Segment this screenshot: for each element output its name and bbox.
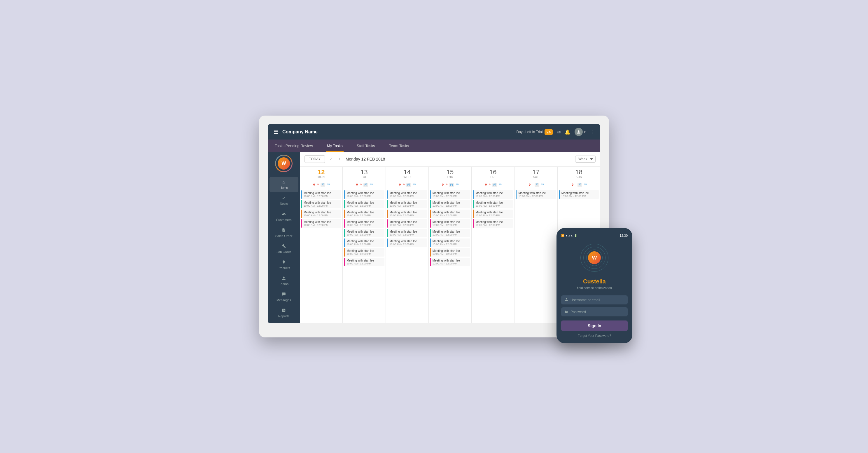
laptop-screen: ☰ Company Name Days Left In Trial 24 ✉ 🔔 bbox=[268, 124, 600, 323]
calendar-icon-4[interactable] bbox=[492, 183, 497, 187]
sidebar-item-tasks[interactable]: Tasks bbox=[270, 193, 299, 208]
event-card[interactable]: Meeting with stan lee10:00 AM - 12:00 PM bbox=[344, 258, 384, 266]
event-card[interactable]: Meeting with stan lee10:00 AM - 12:00 PM bbox=[516, 190, 556, 199]
calendar-icon-6[interactable] bbox=[578, 183, 582, 187]
event-card[interactable]: Meeting with stan lee10:00 AM - 12:00 PM bbox=[430, 219, 470, 228]
day-name-2: WED bbox=[387, 175, 427, 179]
event-card[interactable]: Meeting with stan lee10:00 AM - 12:00 PM bbox=[301, 219, 341, 228]
event-card[interactable]: Meeting with stan lee10:00 AM - 12:00 PM bbox=[344, 209, 384, 218]
forgot-password-link[interactable]: Forgot Your Password? bbox=[561, 334, 628, 337]
location-icon-1[interactable] bbox=[355, 183, 359, 187]
event-card[interactable]: Meeting with stan lee10:00 AM - 12:00 PM bbox=[344, 248, 384, 257]
event-time: 10:00 AM - 12:00 PM bbox=[433, 204, 468, 207]
sidebar-label-customers: Customers bbox=[276, 218, 291, 222]
tab-team-tasks[interactable]: Team Tasks bbox=[382, 140, 416, 152]
calendar-icon-5[interactable] bbox=[535, 183, 539, 187]
user-input-icon bbox=[565, 298, 568, 302]
day-col-wed: 14WED925Meeting with stan lee10:00 AM - … bbox=[386, 167, 429, 323]
event-card[interactable]: Meeting with stan lee10:00 AM - 12:00 PM bbox=[387, 190, 427, 199]
event-card[interactable]: Meeting with stan lee10:00 AM - 12:00 PM bbox=[344, 190, 384, 199]
day-col-tue: 13TUE925Meeting with stan lee10:00 AM - … bbox=[343, 167, 385, 323]
sidebar-item-profile[interactable]: My Profile bbox=[270, 321, 299, 323]
sidebar: W ⌂ Home Tasks bbox=[268, 152, 300, 323]
calendar-icon-1[interactable] bbox=[364, 183, 368, 187]
next-arrow[interactable]: › bbox=[337, 155, 342, 163]
location-icon-2[interactable] bbox=[398, 183, 401, 187]
calendar-icon-0[interactable] bbox=[320, 183, 325, 187]
event-card[interactable]: Meeting with stan lee10:00 AM - 12:00 PM bbox=[473, 209, 513, 218]
event-card[interactable]: Meeting with stan lee10:00 AM - 12:00 PM bbox=[387, 200, 427, 208]
event-card[interactable]: Meeting with stan lee10:00 AM - 12:00 PM bbox=[387, 209, 427, 218]
event-card[interactable]: Meeting with stan lee10:00 AM - 12:00 PM bbox=[387, 229, 427, 237]
sidebar-item-customers[interactable]: Customers bbox=[270, 209, 299, 224]
event-card[interactable]: Meeting with stan lee10:00 AM - 12:00 PM bbox=[301, 190, 341, 199]
event-card[interactable]: Meeting with stan lee10:00 AM - 12:00 PM bbox=[430, 248, 470, 257]
location-icon-4[interactable] bbox=[485, 183, 487, 187]
phone-icons-left: 📶 ▲▲▲ 🔋 bbox=[561, 234, 577, 237]
event-card[interactable]: Meeting with stan lee10:00 AM - 12:00 PM bbox=[344, 238, 384, 247]
event-time: 10:00 AM - 12:00 PM bbox=[561, 195, 597, 198]
tab-my-tasks[interactable]: My Tasks bbox=[320, 140, 350, 152]
calendar-header: TODAY ‹ › Monday 12 FEB 2018 Week Day Mo… bbox=[300, 152, 600, 167]
sidebar-item-job[interactable]: Job Order bbox=[270, 241, 299, 257]
header-menu-dots[interactable]: ⋮ bbox=[590, 129, 594, 135]
sidebar-item-products[interactable]: Products bbox=[270, 257, 299, 273]
event-title: Meeting with stan lee bbox=[304, 192, 340, 195]
mail-icon[interactable]: ✉ bbox=[557, 129, 561, 135]
hamburger-icon[interactable]: ☰ bbox=[274, 129, 278, 135]
event-card[interactable]: Meeting with stan lee10:00 AM - 12:00 PM bbox=[559, 190, 599, 199]
sidebar-item-home[interactable]: ⌂ Home bbox=[270, 177, 299, 192]
bell-icon[interactable]: 🔔 bbox=[565, 129, 570, 135]
event-card[interactable]: Meeting with stan lee10:00 AM - 12:00 PM bbox=[473, 200, 513, 208]
day-icons-6: 25 bbox=[558, 181, 600, 189]
location-icon-6[interactable] bbox=[571, 183, 574, 187]
event-title: Meeting with stan lee bbox=[346, 259, 382, 262]
date-label: Monday 12 FEB 2018 bbox=[346, 157, 572, 162]
day-events-5: Meeting with stan lee10:00 AM - 12:00 PM bbox=[515, 189, 557, 323]
password-input[interactable] bbox=[570, 310, 624, 314]
trial-count: 24 bbox=[545, 129, 553, 135]
sidebar-item-messages[interactable]: Messages bbox=[270, 289, 299, 305]
avatar-dropdown-arrow[interactable]: ▾ bbox=[584, 130, 586, 134]
event-card[interactable]: Meeting with stan lee10:00 AM - 12:00 PM bbox=[301, 209, 341, 218]
event-time: 10:00 AM - 12:00 PM bbox=[304, 224, 340, 227]
event-time: 10:00 AM - 12:00 PM bbox=[433, 262, 468, 265]
event-card[interactable]: Meeting with stan lee10:00 AM - 12:00 PM bbox=[430, 190, 470, 199]
day-header-6: 18SUN bbox=[558, 167, 600, 181]
sidebar-item-reports[interactable]: Reports bbox=[270, 305, 299, 321]
calendar-icon-3[interactable] bbox=[449, 183, 454, 187]
event-card[interactable]: Meeting with stan lee10:00 AM - 12:00 PM bbox=[430, 229, 470, 237]
event-title: Meeting with stan lee bbox=[433, 201, 468, 204]
event-card[interactable]: Meeting with stan lee10:00 AM - 12:00 PM bbox=[473, 219, 513, 228]
event-card[interactable]: Meeting with stan lee10:00 AM - 12:00 PM bbox=[344, 219, 384, 228]
job-icon bbox=[282, 244, 286, 249]
event-card[interactable]: Meeting with stan lee10:00 AM - 12:00 PM bbox=[344, 229, 384, 237]
tab-staff-tasks[interactable]: Staff Tasks bbox=[350, 140, 382, 152]
username-input[interactable] bbox=[570, 298, 624, 302]
location-icon-5[interactable] bbox=[528, 183, 531, 187]
event-card[interactable]: Meeting with stan lee10:00 AM - 12:00 PM bbox=[473, 190, 513, 199]
today-button[interactable]: TODAY bbox=[305, 155, 325, 163]
phone-tagline: field service optimization bbox=[561, 286, 628, 289]
sign-in-button[interactable]: Sign In bbox=[561, 320, 628, 331]
event-card[interactable]: Meeting with stan lee10:00 AM - 12:00 PM bbox=[430, 209, 470, 218]
day-name-0: MON bbox=[301, 175, 341, 179]
calendar-icon-2[interactable] bbox=[406, 183, 411, 187]
event-title: Meeting with stan lee bbox=[433, 239, 468, 243]
event-card[interactable]: Meeting with stan lee10:00 AM - 12:00 PM bbox=[430, 258, 470, 266]
sidebar-item-sales[interactable]: Sales Order bbox=[270, 225, 299, 240]
location-icon-0[interactable] bbox=[313, 183, 316, 187]
event-card[interactable]: Meeting with stan lee10:00 AM - 12:00 PM bbox=[430, 200, 470, 208]
location-icon-3[interactable] bbox=[441, 183, 444, 187]
view-select[interactable]: Week Day Month bbox=[575, 155, 596, 163]
event-card[interactable]: Meeting with stan lee10:00 AM - 12:00 PM bbox=[387, 238, 427, 247]
event-card[interactable]: Meeting with stan lee10:00 AM - 12:00 PM bbox=[387, 219, 427, 228]
event-time: 10:00 AM - 12:00 PM bbox=[390, 224, 426, 227]
event-card[interactable]: Meeting with stan lee10:00 AM - 12:00 PM bbox=[301, 200, 341, 208]
event-card[interactable]: Meeting with stan lee10:00 AM - 12:00 PM bbox=[344, 200, 384, 208]
avatar-area[interactable]: ▾ bbox=[575, 128, 586, 136]
prev-arrow[interactable]: ‹ bbox=[329, 155, 333, 163]
tab-pending[interactable]: Tasks Pending Review bbox=[268, 140, 320, 152]
event-card[interactable]: Meeting with stan lee10:00 AM - 12:00 PM bbox=[430, 238, 470, 247]
sidebar-item-teams[interactable]: Teams bbox=[270, 273, 299, 289]
